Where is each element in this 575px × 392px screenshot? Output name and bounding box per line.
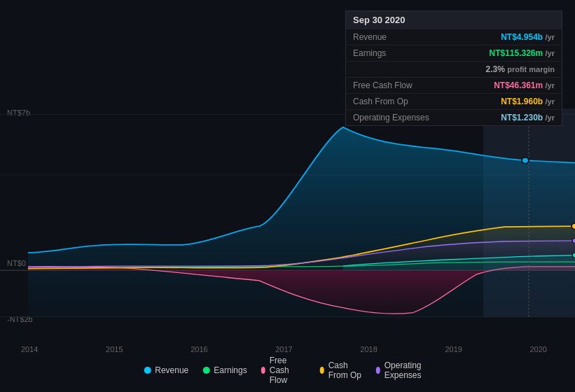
x-label-2017: 2017 [275, 345, 292, 354]
tooltip-value-fcf: NT$46.361m /yr [494, 80, 555, 90]
tooltip-row-margin: 2.3% profit margin [346, 61, 562, 77]
tooltip-label-fcf: Free Cash Flow [353, 80, 413, 90]
tooltip-label-opex: Operating Expenses [353, 113, 429, 122]
chart-container: Sep 30 2020 Revenue NT$4.954b /yr Earnin… [0, 0, 575, 392]
tooltip-label-cashfromop: Cash From Op [353, 97, 408, 106]
chart-legend: Revenue Earnings Free Cash Flow Cash Fro… [144, 356, 431, 385]
x-label-2018: 2018 [360, 345, 377, 354]
tooltip-row-revenue: Revenue NT$4.954b /yr [346, 29, 562, 45]
legend-item-fcf[interactable]: Free Cash Flow [261, 356, 306, 385]
tooltip-value-opex: NT$1.230b /yr [501, 113, 555, 122]
legend-dot-opex [376, 367, 380, 374]
x-label-2014: 2014 [21, 345, 38, 354]
tooltip-value-cashfromop: NT$1.960b /yr [501, 97, 555, 106]
tooltip-value-earnings: NT$115.326m /yr [489, 48, 555, 58]
tooltip-value-revenue: NT$4.954b /yr [501, 32, 555, 42]
tooltip-value-margin: 2.3% profit margin [485, 64, 555, 74]
legend-item-revenue[interactable]: Revenue [144, 365, 188, 375]
svg-point-8 [572, 238, 575, 243]
legend-label-revenue: Revenue [155, 365, 188, 375]
legend-dot-revenue [144, 367, 151, 374]
legend-dot-earnings [202, 367, 209, 374]
tooltip-box: Sep 30 2020 Revenue NT$4.954b /yr Earnin… [345, 10, 562, 126]
tooltip-row-fcf: Free Cash Flow NT$46.361m /yr [346, 77, 562, 93]
tooltip-row-cashfromop: Cash From Op NT$1.960b /yr [346, 93, 562, 109]
tooltip-row-opex: Operating Expenses NT$1.230b /yr [346, 109, 562, 125]
legend-dot-cashfromop [320, 367, 324, 374]
tooltip-label-earnings: Earnings [353, 48, 386, 58]
legend-dot-fcf [261, 367, 265, 374]
x-label-2015: 2015 [106, 345, 123, 354]
tooltip-title: Sep 30 2020 [346, 11, 562, 29]
x-label-2016: 2016 [190, 345, 207, 354]
legend-label-cashfromop: Cash From Op [328, 360, 362, 380]
svg-point-6 [522, 158, 529, 164]
legend-item-earnings[interactable]: Earnings [202, 365, 247, 375]
x-axis: 2014 2015 2016 2017 2018 2019 2020 [0, 345, 575, 354]
x-label-2019: 2019 [445, 345, 462, 354]
svg-point-9 [572, 253, 575, 258]
legend-label-fcf: Free Cash Flow [270, 356, 306, 385]
legend-item-opex[interactable]: Operating Expenses [376, 360, 431, 380]
tooltip-row-earnings: Earnings NT$115.326m /yr [346, 45, 562, 61]
legend-label-earnings: Earnings [214, 365, 247, 375]
legend-item-cashfromop[interactable]: Cash From Op [320, 360, 362, 380]
x-label-2020: 2020 [529, 345, 546, 354]
svg-point-7 [571, 223, 575, 230]
tooltip-label-revenue: Revenue [353, 32, 387, 42]
legend-label-opex: Operating Expenses [385, 360, 431, 380]
chart-svg [0, 108, 575, 350]
